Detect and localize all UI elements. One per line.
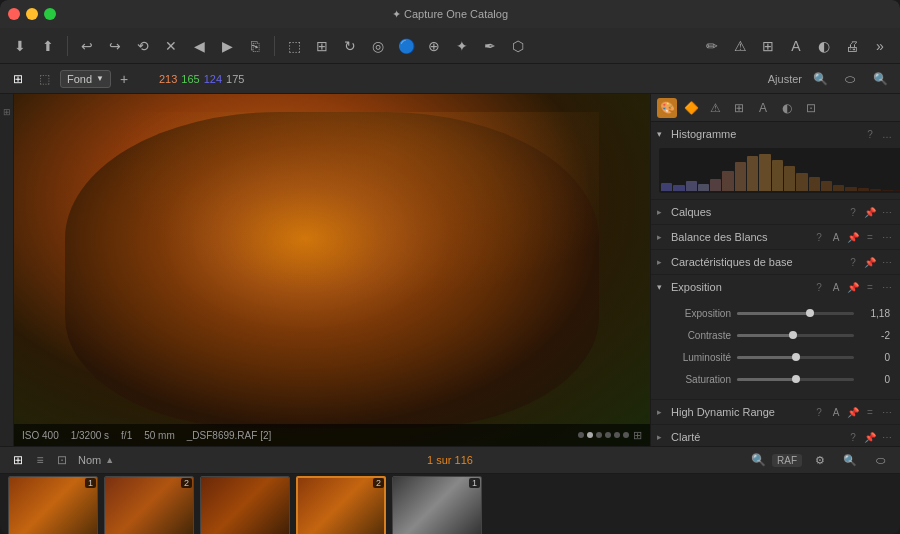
nav-dot-6[interactable] xyxy=(623,432,629,438)
nav-dot-5[interactable] xyxy=(614,432,620,438)
rotate-left-button[interactable]: ⟲ xyxy=(131,34,155,58)
nav-dot-2[interactable] xyxy=(587,432,593,438)
expo-q[interactable]: ? xyxy=(812,282,826,293)
slider-contraste-track[interactable] xyxy=(737,334,854,337)
filmstrip-settings[interactable]: ⚙ xyxy=(808,448,832,472)
thumb-5[interactable]: 1 DSF8700.RAF xyxy=(392,476,482,534)
compare-view-button[interactable]: ⊡ xyxy=(52,451,72,469)
clone-tool[interactable]: ⊕ xyxy=(422,34,446,58)
sort-direction-icon[interactable]: ▲ xyxy=(105,455,114,465)
heal-tool[interactable]: ✦ xyxy=(450,34,474,58)
histogram-more[interactable]: … xyxy=(880,129,894,140)
list-view-button[interactable]: ≡ xyxy=(30,451,50,469)
hdr-eq[interactable]: = xyxy=(863,407,877,418)
calques-more[interactable]: ⋯ xyxy=(880,207,894,218)
grid-button[interactable]: ⊞ xyxy=(756,34,780,58)
nav-dot-3[interactable] xyxy=(596,432,602,438)
balance-blancs-header[interactable]: ▸ Balance des Blancs ? A 📌 = ⋯ xyxy=(651,225,900,249)
carac-header[interactable]: ▸ Caractéristiques de base ? 📌 ⋯ xyxy=(651,250,900,274)
histogram-header[interactable]: ▾ Histogramme ? … xyxy=(651,122,900,146)
toggle-icon[interactable]: ⬭ xyxy=(838,67,862,91)
slider-luminosite-track[interactable] xyxy=(737,356,854,359)
clarte-pin[interactable]: 📌 xyxy=(863,432,877,443)
thumb-2[interactable]: 2 DSF8699.RAF xyxy=(104,476,194,534)
grid-view-button[interactable]: ⊞ xyxy=(8,451,28,469)
import-button[interactable]: ⬇ xyxy=(8,34,32,58)
hdr-a[interactable]: A xyxy=(829,407,843,418)
close-button[interactable] xyxy=(8,8,20,20)
slider-exposition-track[interactable] xyxy=(737,312,854,315)
edit-button[interactable]: ✏ xyxy=(700,34,724,58)
thumb-3[interactable]: DSF8699.RAF xyxy=(200,476,290,534)
calques-header[interactable]: ▸ Calques ? 📌 ⋯ xyxy=(651,200,900,224)
histogram-q[interactable]: ? xyxy=(863,129,877,140)
tab-adjust[interactable]: 🔶 xyxy=(681,98,701,118)
tab-warn[interactable]: ⚠ xyxy=(705,98,725,118)
tab-grid[interactable]: ⊞ xyxy=(729,98,749,118)
rotate-tool[interactable]: ↻ xyxy=(338,34,362,58)
thumb-4[interactable]: 2 _DSF8699.RAF xyxy=(296,476,386,534)
loupe-icon[interactable]: 🔍 xyxy=(808,67,832,91)
tab-print[interactable]: ⊡ xyxy=(801,98,821,118)
split-view-btn[interactable]: ⬚ xyxy=(34,70,54,88)
expand-icon[interactable]: ⊞ xyxy=(633,429,642,442)
calques-q[interactable]: ? xyxy=(846,207,860,218)
expo-eq[interactable]: = xyxy=(863,282,877,293)
print-button[interactable]: 🖨 xyxy=(840,34,864,58)
carac-pin[interactable]: 📌 xyxy=(863,257,877,268)
search-icon[interactable]: 🔍 xyxy=(751,453,766,467)
grid-view-btn[interactable]: ⊞ xyxy=(8,70,28,88)
nav-dot-1[interactable] xyxy=(578,432,584,438)
tab-color[interactable]: 🎨 xyxy=(657,98,677,118)
hdr-q[interactable]: ? xyxy=(812,407,826,418)
expo-a[interactable]: A xyxy=(829,282,843,293)
export-button[interactable]: ⬆ xyxy=(36,34,60,58)
mask-tool[interactable]: ✒ xyxy=(478,34,502,58)
exposition-header[interactable]: ▾ Exposition ? A 📌 = ⋯ xyxy=(651,275,900,299)
copy-button[interactable]: ⎘ xyxy=(243,34,267,58)
maximize-button[interactable] xyxy=(44,8,56,20)
add-layer-button[interactable]: + xyxy=(115,70,133,88)
more-button[interactable]: » xyxy=(868,34,892,58)
slider-saturation-track[interactable] xyxy=(737,378,854,381)
bb-a[interactable]: A xyxy=(829,232,843,243)
tab-text[interactable]: A xyxy=(753,98,773,118)
bb-q[interactable]: ? xyxy=(812,232,826,243)
hdr-header[interactable]: ▸ High Dynamic Range ? A 📌 = ⋯ xyxy=(651,400,900,424)
clarte-q[interactable]: ? xyxy=(846,432,860,443)
clarte-header[interactable]: ▸ Clarté ? 📌 ⋯ xyxy=(651,425,900,446)
lens-tool[interactable]: ◎ xyxy=(366,34,390,58)
delete-button[interactable]: ✕ xyxy=(159,34,183,58)
prev-button[interactable]: ◀ xyxy=(187,34,211,58)
carac-q[interactable]: ? xyxy=(846,257,860,268)
filmstrip-toggle[interactable]: ⬭ xyxy=(868,448,892,472)
text-button[interactable]: A xyxy=(784,34,808,58)
select-tool[interactable]: ⬚ xyxy=(282,34,306,58)
thumb-1[interactable]: 1 DSF8699.RAF xyxy=(8,476,98,534)
crop-tool[interactable]: ⊞ xyxy=(310,34,334,58)
slider-saturation: Saturation 0 xyxy=(661,369,890,389)
moon-button[interactable]: ◐ xyxy=(812,34,836,58)
bb-eq[interactable]: = xyxy=(863,232,877,243)
calques-pin[interactable]: 📌 xyxy=(863,207,877,218)
hdr-pin[interactable]: 📌 xyxy=(846,407,860,418)
gradient-tool[interactable]: ⬡ xyxy=(506,34,530,58)
bb-more[interactable]: ⋯ xyxy=(880,232,894,243)
tab-dark[interactable]: ◐ xyxy=(777,98,797,118)
redo-button[interactable]: ↪ xyxy=(103,34,127,58)
expo-pin[interactable]: 📌 xyxy=(846,282,860,293)
undo-button[interactable]: ↩ xyxy=(75,34,99,58)
filmstrip-search[interactable]: 🔍 xyxy=(838,448,862,472)
color-tool[interactable]: 🔵 xyxy=(394,34,418,58)
minimize-button[interactable] xyxy=(26,8,38,20)
next-button[interactable]: ▶ xyxy=(215,34,239,58)
hdr-more[interactable]: ⋯ xyxy=(880,407,894,418)
warn-icon[interactable]: ⚠ xyxy=(728,34,752,58)
expo-more[interactable]: ⋯ xyxy=(880,282,894,293)
carac-more[interactable]: ⋯ xyxy=(880,257,894,268)
zoom-icon[interactable]: 🔍 xyxy=(868,67,892,91)
layer-dropdown[interactable]: Fond ▼ xyxy=(60,70,111,88)
clarte-more[interactable]: ⋯ xyxy=(880,432,894,443)
bb-pin[interactable]: 📌 xyxy=(846,232,860,243)
nav-dot-4[interactable] xyxy=(605,432,611,438)
